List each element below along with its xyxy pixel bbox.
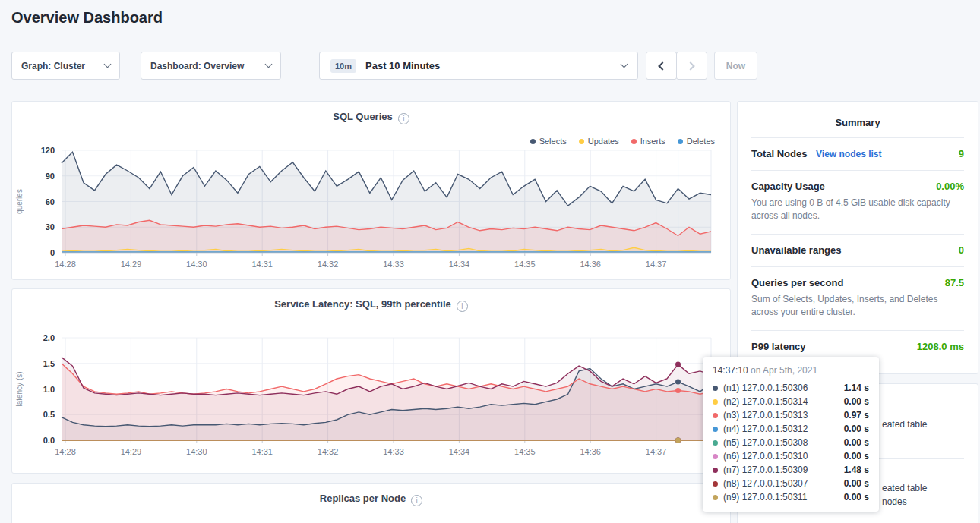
chart-title: Replicas per Node (320, 493, 406, 504)
chart-tooltip: 14:37:10 on Apr 5th, 2021 (n1) 127.0.0.1… (703, 357, 879, 512)
chart-title: Service Latency: SQL, 99th percentile (274, 298, 451, 310)
series-area (62, 358, 711, 440)
summary-label: Capacity Usage (751, 181, 825, 192)
chart-title-row: SQL Queriesi (12, 111, 730, 124)
overview-dashboard-page: Overview Dashboard Graph: Cluster Dashbo… (0, 0, 980, 523)
x-tick-label: 14:34 (449, 260, 470, 269)
node-color-dot-icon (713, 386, 718, 391)
tooltip-date: on Apr 5th, 2021 (751, 365, 817, 376)
replicas-per-node-card: Replicas per Nodei (11, 483, 731, 523)
tooltip-node-value: 0.00 s (844, 451, 869, 462)
tooltip-node-row: (n8) 127.0.0.1:503070.00 s (713, 477, 869, 490)
chevron-down-icon (104, 61, 112, 68)
node-color-dot-icon (713, 468, 718, 473)
x-tick-label: 14:29 (121, 447, 142, 456)
now-button[interactable]: Now (714, 52, 757, 80)
x-tick-label: 14:36 (580, 260, 601, 269)
tooltip-node-name: (n3) 127.0.0.1:50313 (723, 410, 808, 421)
summary-card: Summary Total Nodes View nodes list 9 Ca… (737, 101, 978, 374)
y-tick-label: 120 (41, 146, 55, 155)
y-tick-label: 1.5 (43, 359, 55, 368)
y-tick-label: 30 (46, 222, 55, 232)
time-next-button[interactable] (676, 52, 707, 80)
summary-label: P99 latency (751, 341, 806, 352)
x-tick-label: 14:32 (318, 260, 339, 269)
summary-value: 87.5 (945, 277, 964, 288)
tooltip-node-value: 0.00 s (844, 492, 869, 503)
tooltip-node-value: 1.48 s (844, 465, 869, 475)
time-range-badge: 10m (330, 59, 356, 73)
hover-dot (675, 438, 681, 443)
summary-value: 0 (959, 244, 964, 256)
tooltip-node-name: (n7) 127.0.0.1:50309 (723, 465, 808, 475)
node-color-dot-icon (713, 399, 718, 405)
x-tick-label: 14:30 (186, 447, 207, 456)
tooltip-node-value: 0.97 s (844, 410, 869, 421)
graph-dropdown[interactable]: Graph: Cluster (11, 52, 120, 80)
tooltip-node-value: 0.00 s (844, 437, 869, 448)
event-item-text: eated table (882, 483, 927, 493)
node-color-dot-icon (713, 495, 718, 500)
chevron-down-icon (621, 61, 628, 68)
tooltip-node-row: (n7) 127.0.0.1:503091.48 s (713, 463, 869, 477)
x-tick-label: 14:30 (186, 260, 207, 269)
y-tick-label: 90 (46, 172, 55, 181)
y-axis-label: latency (s) (15, 371, 24, 406)
view-nodes-list-link[interactable]: View nodes list (816, 149, 881, 159)
y-tick-label: 0.5 (43, 410, 55, 419)
legend-dot-icon (678, 139, 683, 144)
x-tick-label: 14:36 (580, 447, 601, 456)
summary-label: Queries per second (751, 277, 843, 288)
x-tick-label: 14:35 (514, 447, 536, 456)
chart-title-row: Replicas per Nodei (12, 493, 730, 506)
legend-dot-icon (530, 139, 536, 144)
info-icon[interactable]: i (398, 113, 409, 124)
tooltip-node-row: (n1) 127.0.0.1:503061.14 s (713, 381, 869, 395)
y-tick-label: 1.0 (43, 385, 55, 394)
y-tick-label: 60 (46, 197, 55, 206)
summary-label: Total Nodes (751, 148, 807, 159)
summary-value: 9 (959, 148, 964, 159)
summary-value: 0.00% (936, 181, 964, 192)
tooltip-node-name: (n1) 127.0.0.1:50306 (723, 383, 808, 393)
tooltip-node-value: 0.00 s (844, 424, 869, 434)
chevron-down-icon (265, 61, 273, 68)
tooltip-node-name: (n8) 127.0.0.1:50307 (723, 478, 808, 489)
legend-dot-icon (631, 139, 637, 144)
y-tick-label: 2.0 (43, 333, 55, 342)
summary-description: Sum of Selects, Updates, Inserts, and De… (751, 293, 964, 320)
chevron-left-icon (658, 61, 666, 70)
tooltip-node-row: (n6) 127.0.0.1:503100.00 s (713, 449, 869, 463)
summary-row-capacity-usage: Capacity Usage 0.00% You are using 0 B o… (751, 170, 964, 234)
time-prev-button[interactable] (646, 52, 677, 80)
hover-dot (675, 380, 681, 385)
info-icon[interactable]: i (411, 495, 422, 506)
service-latency-chart[interactable]: 0.00.51.01.52.014:2814:2914:3014:3114:32… (12, 332, 730, 465)
page-title: Overview Dashboard (11, 9, 163, 27)
x-tick-label: 14:37 (646, 447, 667, 456)
summary-row-unavailable-ranges: Unavailable ranges 0 (751, 234, 964, 266)
chevron-right-icon (686, 61, 694, 70)
chart-title: SQL Queries (333, 111, 393, 122)
x-tick-label: 14:34 (449, 447, 470, 456)
node-color-dot-icon (713, 454, 718, 459)
summary-description: You are using 0 B of 4.5 GiB usable disk… (751, 197, 964, 223)
x-tick-label: 14:33 (383, 447, 404, 456)
service-latency-card: Service Latency: SQL, 99th percentilei 0… (11, 288, 731, 474)
sql-queries-card: SQL Queriesi SelectsUpdatesInsertsDelete… (11, 101, 731, 280)
time-range-label: Past 10 Minutes (365, 60, 621, 71)
node-color-dot-icon (713, 413, 718, 418)
x-tick-label: 14:31 (251, 447, 273, 456)
info-icon[interactable]: i (457, 301, 468, 312)
time-range-selector[interactable]: 10m Past 10 Minutes (319, 52, 638, 80)
dashboard-dropdown-label: Dashboard: Overview (150, 61, 244, 71)
tooltip-node-name: (n9) 127.0.0.1:50311 (723, 492, 808, 503)
tooltip-node-row: (n9) 127.0.0.1:503110.00 s (713, 490, 869, 504)
sql-queries-chart[interactable]: 030609012014:2814:2914:3014:3114:3214:33… (12, 144, 730, 278)
tooltip-rows: (n1) 127.0.0.1:503061.14 s(n2) 127.0.0.1… (713, 381, 869, 504)
y-tick-label: 0 (50, 248, 55, 257)
node-color-dot-icon (713, 481, 718, 487)
summary-row-queries-per-second: Queries per second 87.5 Sum of Selects, … (751, 266, 964, 330)
x-tick-label: 14:35 (514, 260, 536, 269)
dashboard-dropdown[interactable]: Dashboard: Overview (141, 52, 281, 80)
